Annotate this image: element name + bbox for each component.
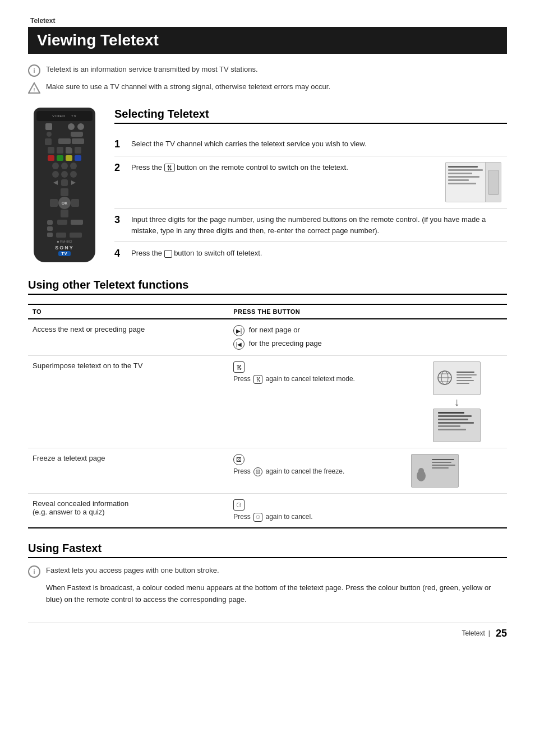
svg-marker-3 xyxy=(71,180,76,185)
col-to-header: TO xyxy=(28,304,229,319)
remote-ok-cluster: OK xyxy=(50,188,79,217)
remote-btn-sq1 xyxy=(45,138,52,145)
footer-page-number: 25 xyxy=(496,628,507,639)
remote-bottom-row xyxy=(36,220,93,231)
teletext-btn-symbol: ⛕ xyxy=(164,164,175,171)
square-btn-symbol xyxy=(164,250,172,258)
row3-to: Freeze a teletext page xyxy=(28,448,229,494)
remote-btn-rect1 xyxy=(71,132,83,137)
remote-btn-green xyxy=(57,155,63,161)
step-1-number: 1 xyxy=(114,138,126,150)
functions-section: Using other Teletext functions TO PRESS … xyxy=(28,279,507,528)
row1-btn-primary: for next page or xyxy=(249,326,300,334)
remote-color-row xyxy=(36,147,93,154)
table-row-2: Superimpose teletext on to the TV ⛕ Pres… xyxy=(28,356,507,448)
page-container: Teletext Viewing Teletext i Teletext is … xyxy=(0,0,535,656)
remote-sony-label: SONY xyxy=(36,245,93,251)
remote-color-row2 xyxy=(36,155,93,161)
row3-btn: ⚄ Press ⚄ again to cancel the freeze. xyxy=(229,448,407,494)
remote-tv-label: TV xyxy=(71,114,77,118)
table-row-3: Freeze a teletext page ⚄ Press ⚄ again t… xyxy=(28,448,507,494)
remote-btn-down xyxy=(61,210,68,217)
remote-btn-red xyxy=(48,155,54,161)
fastext-info-row: i Fastext lets you access pages with one… xyxy=(28,565,507,578)
remote-num3 xyxy=(70,163,77,169)
row1-btn-content: ▶| for next page or xyxy=(233,325,402,336)
row4-btn: ⚆ Press ⚆ again to cancel. xyxy=(229,494,407,528)
step-3-number: 3 xyxy=(114,214,126,226)
svg-marker-2 xyxy=(53,180,58,185)
remote-btn-c2 xyxy=(57,147,63,154)
step-3-content: Input three digits for the page number, … xyxy=(131,214,507,236)
step-4-content: Press the button to switch off teletext. xyxy=(131,248,507,259)
remote-container: VIDEO TV xyxy=(28,108,101,265)
remote-btn-blue xyxy=(75,155,81,161)
row1-img xyxy=(407,319,507,356)
tv-superimpose-result-img xyxy=(433,409,481,442)
row1-to: Access the next or preceding page xyxy=(28,319,229,356)
footer-label: Teletext xyxy=(462,629,485,637)
step-2-image xyxy=(445,162,507,202)
remote-num5 xyxy=(61,171,68,178)
row2-btn-note: Press ⛕ again to cancel teletext mode. xyxy=(233,375,402,384)
remote-tv-brand-label: TV xyxy=(58,251,71,256)
remote-num2 xyxy=(61,163,68,169)
remote-rm-label: ■ RM-892 xyxy=(36,240,93,243)
step-3-row: 3 Input three digits for the page number… xyxy=(114,208,507,242)
fastext-body-text: When Fastext is broadcast, a colour code… xyxy=(46,582,507,606)
col-btn-header: PRESS THE BUTTON xyxy=(229,304,407,319)
tv-superimpose-img xyxy=(433,361,481,395)
functions-table-header: TO PRESS THE BUTTON xyxy=(28,304,507,319)
teletext-superimpose-icon: ⛕ xyxy=(233,361,245,373)
step-1-content: Select the TV channel which carries the … xyxy=(131,138,507,150)
warning-note-text: Make sure to use a TV channel with a str… xyxy=(46,81,330,92)
table-row-1: Access the next or preceding page ▶| for… xyxy=(28,319,507,356)
remote-row2 xyxy=(36,132,93,137)
remote-menu-btn xyxy=(57,220,67,225)
remote-btn-b1 xyxy=(47,233,53,237)
arrow-down-icon: ↓ xyxy=(454,396,459,407)
remote-row3 xyxy=(36,138,93,145)
row4-to-line2: (e.g. answer to a quiz) xyxy=(33,508,224,516)
table-row-4: Reveal concealed information (e.g. answe… xyxy=(28,494,507,528)
info-icon: i xyxy=(28,64,40,77)
remote-btn-s1 xyxy=(47,132,52,137)
warning-note-row: ! Make sure to use a TV channel with a s… xyxy=(28,81,507,94)
remote-nav-left xyxy=(52,179,59,186)
row3-btn-note: Press ⚄ again to cancel the freeze. xyxy=(233,467,402,476)
remote-progup-btn xyxy=(71,220,83,225)
row3-img xyxy=(407,448,507,494)
remote-numpad xyxy=(36,163,93,186)
row1-btn-secondary: for the preceding page xyxy=(249,339,322,347)
section-label: Teletext xyxy=(28,17,507,25)
remote-rm-container: ■ RM-892 xyxy=(36,240,93,243)
row2-img: ↓ xyxy=(407,356,507,448)
page-footer: Teletext | 25 xyxy=(28,623,507,639)
tv-teletext-preview xyxy=(445,162,501,202)
warning-icon: ! xyxy=(28,82,40,94)
step-4-number: 4 xyxy=(114,248,126,259)
remote-combo xyxy=(58,138,84,145)
step-2-content: Press the ⛕ button on the remote control… xyxy=(131,162,440,173)
info-note-row: i Teletext is an information service tra… xyxy=(28,64,507,77)
remote-num4 xyxy=(52,171,59,178)
row1-btn: ▶| for next page or |◀ for the preceding… xyxy=(229,319,407,356)
remote-vol xyxy=(46,220,54,231)
remote-btn-pwr1 xyxy=(68,123,75,130)
next-page-icon: ▶| xyxy=(233,325,245,336)
remote-nav-right xyxy=(70,179,77,186)
remote-power-row xyxy=(36,123,93,130)
content-area: Selecting Teletext 1 Select the TV chann… xyxy=(114,108,507,265)
remote-top-bar: VIDEO TV xyxy=(36,111,93,121)
remote-btn-left xyxy=(50,199,58,207)
remote-btn-b2 xyxy=(56,233,66,238)
remote-illustration: VIDEO TV xyxy=(34,108,95,262)
remote-btn-mute xyxy=(45,123,52,130)
row4-to: Reveal concealed information (e.g. answe… xyxy=(28,494,229,528)
reveal-icon: ⚆ xyxy=(233,499,245,511)
functions-table: TO PRESS THE BUTTON Access the next or p… xyxy=(28,304,507,528)
row4-btn-note: Press ⚆ again to cancel. xyxy=(233,513,402,522)
remote-btn-c1 xyxy=(48,147,54,154)
prev-page-icon: |◀ xyxy=(233,338,245,350)
freeze-icon: ⚄ xyxy=(233,454,245,465)
